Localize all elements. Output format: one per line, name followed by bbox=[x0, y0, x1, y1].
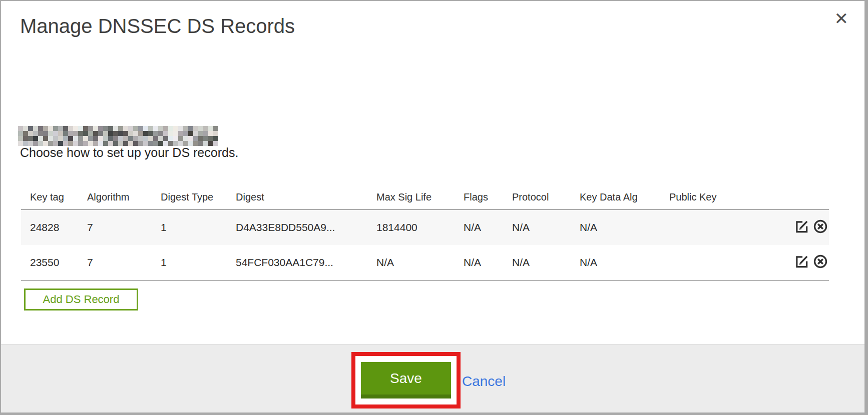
column-header-protocol: Protocol bbox=[512, 185, 579, 210]
page-title: Manage DNSSEC DS Records bbox=[20, 15, 295, 38]
cell-public-key bbox=[669, 210, 789, 245]
cell-digest: D4A33E8DD550A9... bbox=[235, 210, 376, 245]
cell-key-data-alg: N/A bbox=[579, 210, 669, 245]
cell-protocol: N/A bbox=[512, 210, 579, 245]
cancel-link[interactable]: Cancel bbox=[462, 374, 506, 390]
cell-flags: N/A bbox=[463, 245, 512, 280]
cell-max-sig-life: N/A bbox=[376, 245, 463, 280]
cell-flags: N/A bbox=[463, 210, 512, 245]
column-header-key-data-alg: Key Data Alg bbox=[579, 185, 669, 210]
column-header-flags: Flags bbox=[463, 185, 512, 210]
cell-public-key bbox=[669, 245, 789, 280]
column-header-public-key: Public Key bbox=[669, 185, 789, 210]
table-row: 24828 7 1 D4A33E8DD550A9... 1814400 N/A … bbox=[21, 210, 829, 245]
add-ds-record-button[interactable]: Add DS Record bbox=[24, 288, 138, 310]
cell-key-tag: 23550 bbox=[21, 245, 87, 280]
cell-digest-type: 1 bbox=[160, 210, 235, 245]
column-header-key-tag: Key tag bbox=[21, 185, 87, 210]
column-header-max-sig-life: Max Sig Life bbox=[376, 185, 463, 210]
ds-records-table: Key tag Algorithm Digest Type Digest Max… bbox=[21, 185, 829, 281]
delete-icon[interactable] bbox=[813, 254, 828, 272]
column-header-digest: Digest bbox=[235, 185, 376, 210]
instruction-text: Choose how to set up your DS records. bbox=[20, 146, 238, 160]
table-header-row: Key tag Algorithm Digest Type Digest Max… bbox=[21, 185, 829, 210]
cell-key-data-alg: N/A bbox=[579, 245, 669, 280]
cell-max-sig-life: 1814400 bbox=[376, 210, 463, 245]
save-button[interactable]: Save bbox=[361, 362, 451, 398]
column-header-algorithm: Algorithm bbox=[87, 185, 160, 210]
cell-algorithm: 7 bbox=[87, 210, 160, 245]
edit-icon[interactable] bbox=[794, 254, 809, 272]
redacted-domain-name bbox=[18, 126, 218, 146]
column-header-actions bbox=[789, 185, 829, 210]
cell-digest-type: 1 bbox=[160, 245, 235, 280]
row-actions bbox=[789, 210, 829, 245]
row-actions bbox=[789, 245, 829, 280]
table-row: 23550 7 1 54FCF030AA1C79... N/A N/A N/A … bbox=[21, 245, 829, 280]
annotation-highlight-box: Save bbox=[351, 352, 461, 408]
column-header-digest-type: Digest Type bbox=[160, 185, 235, 210]
manage-dnssec-modal: Manage DNSSEC DS Records ✕ Choose how to… bbox=[0, 0, 868, 415]
cell-key-tag: 24828 bbox=[21, 210, 87, 245]
cell-digest: 54FCF030AA1C79... bbox=[235, 245, 376, 280]
cell-algorithm: 7 bbox=[87, 245, 160, 280]
cell-protocol: N/A bbox=[512, 245, 579, 280]
delete-icon[interactable] bbox=[813, 219, 828, 236]
edit-icon[interactable] bbox=[794, 219, 809, 236]
close-icon[interactable]: ✕ bbox=[834, 10, 849, 27]
